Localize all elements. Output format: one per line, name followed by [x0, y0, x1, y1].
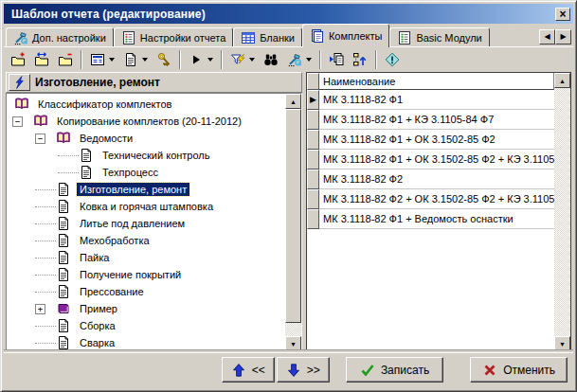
row-gutter: [307, 130, 319, 150]
tab-label: Basic Модули: [416, 32, 481, 44]
add-folder-button[interactable]: [7, 49, 29, 70]
tree-item[interactable]: Ковка и горячая штамповка: [7, 198, 285, 215]
tab-komplekty[interactable]: Комплекты: [302, 24, 389, 47]
scroll-up-icon[interactable]: ▲: [285, 94, 301, 109]
blanks-grid-icon: [241, 30, 256, 45]
table-row[interactable]: МК 3.1118-82 Ф1 + ОК 3.1502-85 Ф2: [307, 130, 554, 150]
dropdown-arrow-icon[interactable]: [306, 58, 312, 62]
save-button[interactable]: Записать: [346, 357, 443, 383]
expand-icon[interactable]: +: [35, 304, 45, 314]
close-button[interactable]: ×: [555, 8, 570, 21]
title-bar[interactable]: Шаблон отчета (редактирование) ×: [4, 4, 573, 24]
column-header-name[interactable]: Наименование: [319, 73, 554, 90]
document-button[interactable]: [119, 49, 152, 70]
scrollbar-thumb[interactable]: [285, 109, 301, 323]
tree-item[interactable]: Сварка: [7, 334, 285, 351]
button-label: Записать: [381, 364, 429, 377]
dropdown-arrow-icon[interactable]: [109, 58, 115, 62]
copy-run-button[interactable]: [325, 49, 348, 70]
form-view-button[interactable]: [86, 49, 118, 70]
move-down-button[interactable]: >>: [277, 357, 330, 383]
tab-dop-nastrojki[interactable]: Доп. настройки: [6, 27, 114, 47]
tree-item[interactable]: −Копирование комплектов (20-11-2012): [7, 113, 285, 130]
row-gutter: [307, 169, 319, 189]
kits-clipboard-icon: [310, 28, 325, 44]
tree-item[interactable]: Пайка: [7, 249, 285, 266]
tree-scrollbar[interactable]: ▲ ▼: [285, 94, 301, 351]
filter-button[interactable]: [226, 49, 259, 70]
cancel-button[interactable]: Отменить: [470, 357, 568, 383]
dropdown-arrow-icon[interactable]: [142, 58, 148, 62]
info-diamond-button[interactable]: [381, 49, 404, 70]
collapse-icon[interactable]: −: [12, 116, 23, 127]
tree-item[interactable]: Изготовление, ремонт: [7, 181, 285, 198]
move-up-button[interactable]: <<: [222, 357, 275, 383]
toolbar-separator: [179, 50, 181, 69]
scroll-down-icon[interactable]: ▼: [285, 336, 301, 351]
dropdown-arrow-icon[interactable]: [207, 58, 213, 62]
delete-folder-button[interactable]: [54, 49, 77, 70]
scrollbar-track[interactable]: [554, 88, 570, 336]
table-cell: МК 3.1118-82 Ф1 + КЭ 3.1105-84 Ф7: [319, 110, 554, 130]
scroll-up-icon[interactable]: ▲: [554, 73, 570, 88]
table-row[interactable]: МК 3.1118-82 Ф2 + ОК 3.1502-85 Ф2 + КЭ 3…: [307, 189, 554, 209]
scrollbar-track[interactable]: [285, 323, 301, 336]
tree-item[interactable]: Мехобработка: [7, 232, 285, 249]
document-icon: [123, 52, 138, 67]
document-icon: [56, 216, 71, 231]
goto-current-button[interactable]: [9, 74, 30, 91]
tab-scroll-left-button[interactable]: ◀: [539, 29, 555, 45]
row-gutter: ▶: [307, 90, 319, 110]
tab-basic-moduli[interactable]: Basic Модули: [389, 27, 489, 47]
table-row[interactable]: МК 3.1118-82 Ф2: [307, 169, 554, 189]
tab-label: Доп. настройки: [32, 32, 106, 44]
scroll-down-icon[interactable]: ▼: [554, 336, 570, 351]
document-icon: [79, 165, 94, 180]
open-book-icon: [56, 131, 71, 146]
arrow-down-icon: [286, 363, 301, 378]
tab-nastrojki-otcheta[interactable]: Настройки отчета: [114, 27, 233, 47]
document-icon: [56, 199, 71, 214]
kits-grid-panel: Наименование ▶МК 3.1118-82 Ф1МК 3.1118-8…: [306, 72, 571, 352]
tree-connector-icon: [58, 155, 79, 156]
dropdown-arrow-icon[interactable]: [249, 58, 255, 62]
table-cell: МК 3.1118-82 Ф1 + Ведомость оснастки: [319, 209, 554, 229]
move-folder-button[interactable]: [30, 49, 53, 70]
tree-item[interactable]: Классификатор комплектов: [7, 96, 285, 113]
tree-connector-icon: [35, 206, 56, 207]
open-book-icon: [14, 97, 29, 112]
tree-item[interactable]: Литье под давлением: [7, 215, 285, 232]
tree-item[interactable]: −Ведомости: [7, 130, 285, 147]
tree-up-button[interactable]: [349, 49, 371, 70]
table-row[interactable]: МК 3.1118-82 Ф1 + Ведомость оснастки: [307, 209, 554, 229]
tree-item[interactable]: Технический контроль: [7, 147, 285, 164]
button-label: <<: [252, 364, 265, 377]
table-scrollbar[interactable]: ▲ ▼: [554, 73, 570, 351]
key-button[interactable]: [153, 49, 175, 70]
tree-item[interactable]: Получение покрытий: [7, 266, 285, 283]
tree-item[interactable]: Техпроцесс: [7, 164, 285, 181]
row-gutter: [307, 189, 319, 209]
tab-page: Изготовление, ремонт Классификатор компл…: [4, 46, 573, 388]
table-row[interactable]: МК 3.1118-82 Ф1 + ОК 3.1502-85 Ф2 + КЭ 3…: [307, 150, 554, 169]
run-button[interactable]: [185, 49, 217, 70]
tree-item[interactable]: Прессование: [7, 283, 285, 300]
tree-item[interactable]: +Пример: [7, 300, 285, 317]
tab-scroll-right-button[interactable]: ▶: [555, 29, 571, 45]
table-row[interactable]: МК 3.1118-82 Ф1 + КЭ 3.1105-84 Ф7: [307, 110, 554, 130]
tools-button[interactable]: [283, 49, 316, 70]
tree-connector-icon: [35, 189, 56, 190]
tree-item-label: Прессование: [77, 285, 147, 298]
key-icon: [156, 52, 171, 67]
table-cell: МК 3.1118-82 Ф1 + ОК 3.1502-85 Ф2 + КЭ 3…: [319, 150, 554, 169]
bottom-bar: <<>>ЗаписатьОтменить: [4, 352, 573, 388]
collapse-icon[interactable]: −: [35, 134, 45, 144]
table-row[interactable]: ▶МК 3.1118-82 Ф1: [307, 90, 554, 110]
tree-item-label: Мехобработка: [77, 234, 153, 247]
tab-blanki[interactable]: Бланки: [233, 27, 302, 47]
tree-item[interactable]: Сборка: [7, 317, 285, 334]
row-gutter: [307, 110, 319, 130]
search-binoculars-button[interactable]: [260, 49, 282, 70]
header-gutter: [307, 73, 319, 90]
tab-label: Бланки: [260, 32, 295, 44]
